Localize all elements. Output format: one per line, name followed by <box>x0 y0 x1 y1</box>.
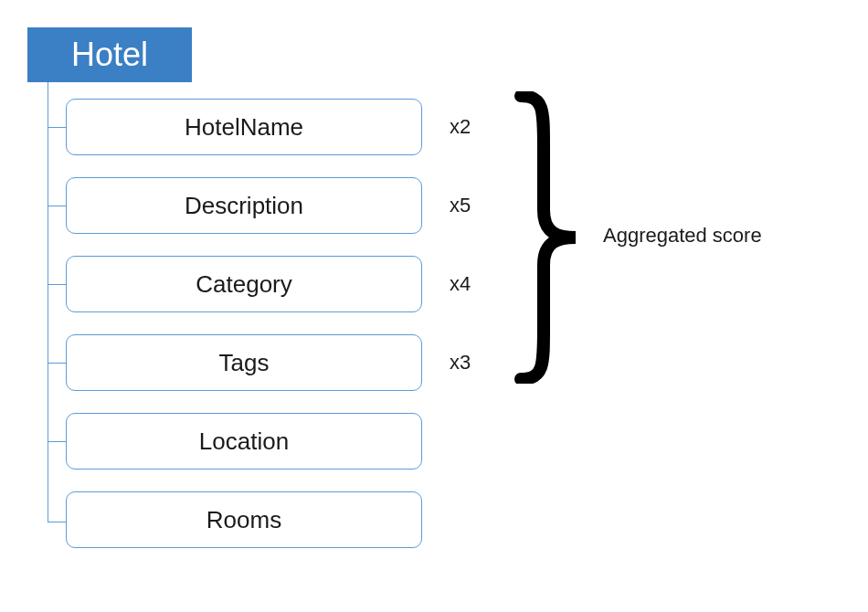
tree-branch-line <box>48 284 66 285</box>
field-label: Category <box>196 270 292 299</box>
aggregated-score-label: Aggregated score <box>603 224 762 248</box>
tree-branch-line <box>48 441 66 442</box>
weight-label: x3 <box>450 351 471 375</box>
tree-branch-line <box>48 127 66 128</box>
field-box-location: Location <box>66 413 422 470</box>
field-label: Location <box>199 427 289 456</box>
tree-branch-line <box>48 363 66 364</box>
field-label: HotelName <box>185 113 303 142</box>
tree-branch-line <box>48 522 66 522</box>
tree-branch-line <box>48 206 66 206</box>
field-box-rooms: Rooms <box>66 491 422 548</box>
weight-label: x2 <box>450 115 471 139</box>
root-entity-label: Hotel <box>71 36 148 74</box>
field-box-category: Category <box>66 256 422 312</box>
field-box-hotelname: HotelName <box>66 99 422 155</box>
curly-brace-icon <box>512 91 585 384</box>
weight-label: x4 <box>450 272 471 296</box>
field-label: Tags <box>219 349 270 377</box>
weight-label: x5 <box>450 194 471 217</box>
field-label: Description <box>185 192 303 220</box>
field-box-description: Description <box>66 177 422 234</box>
root-entity-box: Hotel <box>27 27 192 82</box>
tree-trunk-line <box>48 82 48 522</box>
field-label: Rooms <box>206 506 281 534</box>
field-box-tags: Tags <box>66 334 422 391</box>
